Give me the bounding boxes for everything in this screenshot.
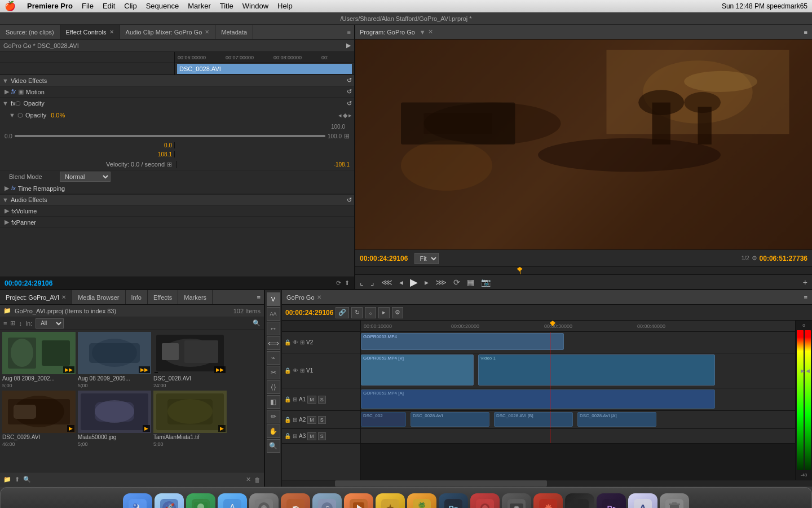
- menu-help[interactable]: Help: [277, 2, 293, 10]
- tool-slide[interactable]: ◧: [267, 395, 280, 409]
- opacity-add-kf[interactable]: ◆: [343, 112, 347, 119]
- opacity-collapse[interactable]: ▼: [2, 100, 8, 107]
- playback-mark-out[interactable]: ⌟: [368, 277, 377, 288]
- tab-markers[interactable]: Markers: [178, 290, 213, 304]
- video-effects-reset[interactable]: ↺: [347, 77, 352, 84]
- tool-razor[interactable]: ✂: [267, 366, 280, 379]
- a1-sync[interactable]: ⊞: [293, 396, 297, 402]
- dock-vector-app[interactable]: ✒: [281, 493, 310, 508]
- dock-launchpad[interactable]: 🚀: [155, 493, 184, 508]
- playback-safe-margins[interactable]: ▦: [465, 277, 476, 288]
- tl-marker-btn[interactable]: ⬦: [365, 307, 376, 318]
- menu-edit[interactable]: Edit: [103, 2, 115, 10]
- tab-project[interactable]: Project: GoPro_AVI ✕: [0, 290, 72, 304]
- time-remap-toggle[interactable]: ▶: [5, 185, 9, 192]
- opacity-sub-collapse[interactable]: ▼: [9, 112, 15, 119]
- opacity-reset[interactable]: ↺: [347, 100, 352, 107]
- menu-file[interactable]: File: [82, 2, 94, 10]
- a2-clip-2[interactable]: DSC_0028.AVI: [411, 412, 489, 427]
- tab-source[interactable]: Source: (no clips): [0, 25, 60, 39]
- opacity-prev-kf[interactable]: ◂: [338, 112, 342, 119]
- dock-garageband[interactable]: ★: [376, 493, 405, 508]
- v1-expand[interactable]: ▶: [801, 368, 805, 374]
- dock-finder[interactable]: [123, 493, 152, 508]
- list-item[interactable]: ▶▶ DSC_0028.AVI 24:00: [153, 332, 227, 388]
- a3-sync[interactable]: ⊞: [293, 433, 297, 439]
- dock-appstore[interactable]: A: [218, 493, 247, 508]
- dock-camera-app[interactable]: [470, 493, 500, 508]
- a1-lock[interactable]: 🔒: [284, 396, 291, 402]
- tab-info[interactable]: Info: [126, 290, 148, 304]
- tab-effect-controls-close[interactable]: ✕: [109, 29, 114, 35]
- opacity-next-kf[interactable]: ▸: [348, 112, 352, 119]
- apple-menu[interactable]: 🍎: [5, 1, 16, 11]
- tab-audio-clip-mixer-close[interactable]: ✕: [205, 29, 209, 35]
- motion-reset[interactable]: ↺: [347, 88, 352, 95]
- playback-mark-in[interactable]: ⌞: [358, 277, 366, 288]
- tool-hand[interactable]: ✋: [267, 424, 280, 438]
- project-new-bin[interactable]: 📁: [3, 476, 11, 483]
- source-triangle[interactable]: ▶: [346, 42, 351, 49]
- export-button[interactable]: ⬆: [345, 279, 350, 287]
- dock-pineapple-app[interactable]: 🍍: [407, 493, 436, 508]
- blend-mode-select[interactable]: Normal: [60, 172, 111, 182]
- monitor-timecode-display[interactable]: 00:00:24:29106: [360, 255, 408, 262]
- audio-effects-collapse[interactable]: ▼: [2, 196, 8, 203]
- search-icon[interactable]: 🔍: [253, 319, 261, 327]
- playback-step-back[interactable]: ⋘: [379, 277, 395, 288]
- timeline-panel-menu[interactable]: ≡: [804, 294, 807, 301]
- tab-effect-controls[interactable]: Effect Controls ✕: [60, 25, 120, 39]
- tool-zoom[interactable]: 🔍: [267, 439, 280, 453]
- timeline-tab-close[interactable]: ✕: [317, 294, 321, 300]
- fit-dropdown[interactable]: Fit: [414, 253, 439, 264]
- v2-lock[interactable]: 🔒: [284, 339, 291, 345]
- timeline-timecode[interactable]: 00:00:24:29106: [285, 309, 333, 317]
- playback-next-frame[interactable]: ▸: [422, 277, 431, 288]
- monitor-scrub-track[interactable]: [355, 267, 812, 274]
- tab-metadata[interactable]: Metadata: [215, 25, 253, 39]
- tab-media-browser[interactable]: Media Browser: [72, 290, 125, 304]
- dock-iphoto[interactable]: [186, 493, 215, 508]
- a1-solo[interactable]: S: [318, 396, 326, 404]
- menu-sequence[interactable]: Sequence: [146, 2, 179, 10]
- grid-view-icon[interactable]: ⊞: [10, 319, 15, 327]
- add-keyframe-btn[interactable]: ⊞: [344, 132, 350, 140]
- a3-solo[interactable]: S: [318, 432, 326, 440]
- a1-mute[interactable]: M: [307, 396, 316, 404]
- a2-clip-3[interactable]: DSC_0028.AVI [B]: [494, 412, 573, 427]
- sort-icon[interactable]: ↕: [19, 320, 22, 327]
- playback-add-marker[interactable]: +: [801, 277, 810, 288]
- in-dropdown[interactable]: All: [36, 318, 64, 329]
- dock-font-book[interactable]: A: [628, 493, 657, 508]
- playback-prev-frame[interactable]: ◂: [397, 277, 405, 288]
- volume-toggle[interactable]: ▶: [5, 207, 9, 214]
- tab-audio-clip-mixer[interactable]: Audio Clip Mixer: GoPro Go ✕: [120, 25, 216, 39]
- tool-track-select[interactable]: AA: [267, 307, 280, 321]
- dock-image-capture[interactable]: [502, 493, 531, 508]
- audio-effects-reset[interactable]: ↺: [347, 196, 352, 204]
- v1-visibility[interactable]: 👁: [293, 367, 298, 374]
- list-view-icon[interactable]: ≡: [3, 320, 7, 327]
- dock-photoshop[interactable]: Ps: [439, 493, 468, 508]
- a2-mute[interactable]: M: [307, 416, 316, 424]
- timeline-scrollbar-thumb[interactable]: [335, 480, 547, 487]
- motion-toggle[interactable]: ▶: [5, 88, 9, 95]
- tl-add-marker[interactable]: ▸: [378, 307, 390, 318]
- list-item[interactable]: ▶ DSC_0029.AVI 46:00: [2, 391, 76, 447]
- a2-clip-4[interactable]: DSC_0028.AVI [A]: [577, 412, 656, 427]
- dock-system-preferences[interactable]: [249, 493, 279, 508]
- a2-clip-1[interactable]: DSC_002: [361, 412, 406, 427]
- v2-clip-1[interactable]: GOPR0053.MP4: [361, 333, 564, 350]
- monitor-menu[interactable]: ≡: [804, 29, 807, 36]
- timeline-scrollbar[interactable]: [282, 480, 812, 487]
- project-panel-menu[interactable]: ≡: [254, 290, 264, 304]
- tool-slip[interactable]: ⟨⟩: [267, 380, 280, 394]
- dock-screenflow[interactable]: [344, 493, 373, 508]
- v1-clip-1[interactable]: GOPR0053.MP4 [V]: [361, 354, 474, 386]
- panner-toggle[interactable]: ▶: [5, 218, 9, 226]
- project-search[interactable]: 🔍: [23, 476, 31, 483]
- list-item[interactable]: ▶▶ Aug 08 2009_2002... 5;00: [2, 332, 76, 388]
- monitor-scrub-bar[interactable]: [355, 266, 812, 274]
- a1-clip-1[interactable]: GOPR0053.MP4 [A]: [361, 389, 715, 409]
- project-clear[interactable]: ✕: [246, 476, 251, 483]
